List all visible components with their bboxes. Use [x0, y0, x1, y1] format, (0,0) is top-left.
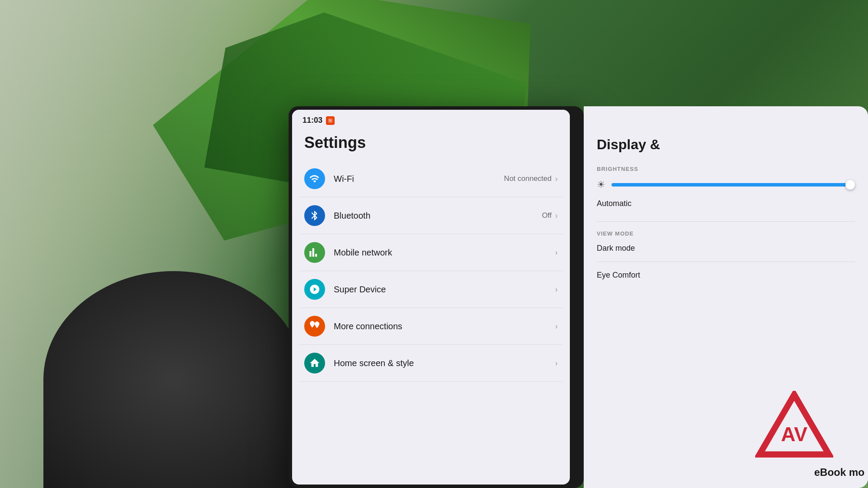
- eye-comfort-option[interactable]: Eye Comfort: [597, 271, 855, 280]
- svg-text:✎: ✎: [329, 119, 332, 123]
- settings-item-home-screen[interactable]: Home screen & style ›: [299, 345, 563, 382]
- status-time: 11:03: [302, 116, 322, 125]
- wifi-status: Not connected: [504, 174, 552, 183]
- settings-item-mobile-network[interactable]: Mobile network ›: [299, 234, 563, 271]
- mobile-network-icon: [309, 247, 320, 258]
- background-rock: [43, 271, 304, 488]
- page-title: Settings: [292, 128, 570, 160]
- wifi-icon-bg: [304, 168, 325, 189]
- more-connections-icon: [309, 321, 320, 332]
- home-screen-label: Home screen & style: [334, 358, 552, 368]
- bluetooth-icon-bg: [304, 205, 325, 226]
- av-logo-svg: AV: [755, 391, 833, 460]
- status-bar: 11:03 ✎: [292, 110, 570, 128]
- super-device-icon-bg: [304, 279, 325, 300]
- brightness-row[interactable]: ☀: [597, 179, 855, 190]
- wifi-icon: [309, 173, 320, 184]
- more-connections-label: More connections: [334, 321, 552, 331]
- bluetooth-status: Off: [542, 211, 552, 220]
- auto-brightness-label: Automatic: [597, 199, 855, 208]
- super-device-label: Super Device: [334, 285, 552, 295]
- settings-item-bluetooth[interactable]: Bluetooth Off ›: [299, 197, 563, 234]
- device-frame: 11:03 ✎ Settings Wi-Fi Not connected: [289, 106, 584, 488]
- divider-1: [597, 221, 855, 222]
- av-logo: AV: [755, 391, 833, 462]
- more-connections-chevron: ›: [555, 322, 558, 331]
- home-screen-icon: [309, 357, 320, 369]
- divider-2: [597, 262, 855, 262]
- bluetooth-chevron: ›: [555, 211, 558, 220]
- ebook-label: eBook mo: [811, 465, 868, 480]
- super-device-icon: [309, 284, 320, 295]
- more-connections-icon-bg: [304, 316, 325, 337]
- settings-item-more-connections[interactable]: More connections ›: [299, 308, 563, 345]
- wifi-chevron: ›: [555, 174, 558, 183]
- bluetooth-label: Bluetooth: [334, 211, 542, 221]
- settings-item-super-device[interactable]: Super Device ›: [299, 271, 563, 308]
- notification-icon: ✎: [326, 116, 335, 125]
- settings-item-wifi[interactable]: Wi-Fi Not connected ›: [299, 160, 563, 197]
- settings-panel: 11:03 ✎ Settings Wi-Fi Not connected: [292, 110, 570, 485]
- mobile-network-chevron: ›: [555, 248, 558, 257]
- home-screen-chevron: ›: [555, 359, 558, 368]
- view-mode-section-label: VIEW MODE: [597, 230, 855, 237]
- brightness-icon: ☀: [597, 179, 605, 190]
- super-device-chevron: ›: [555, 285, 558, 294]
- brightness-slider[interactable]: [612, 183, 855, 187]
- svg-text:AV: AV: [781, 423, 808, 445]
- settings-list: Wi-Fi Not connected › Bluetooth Off ›: [292, 160, 570, 382]
- bluetooth-icon: [309, 210, 320, 221]
- home-screen-icon-bg: [304, 353, 325, 373]
- mobile-network-icon-bg: [304, 242, 325, 263]
- mobile-network-label: Mobile network: [334, 248, 552, 258]
- dark-mode-option[interactable]: Dark mode: [597, 244, 855, 253]
- wifi-label: Wi-Fi: [334, 174, 504, 184]
- brightness-section-label: BRIGHTNESS: [597, 166, 855, 172]
- display-panel-title: Display &: [597, 137, 855, 153]
